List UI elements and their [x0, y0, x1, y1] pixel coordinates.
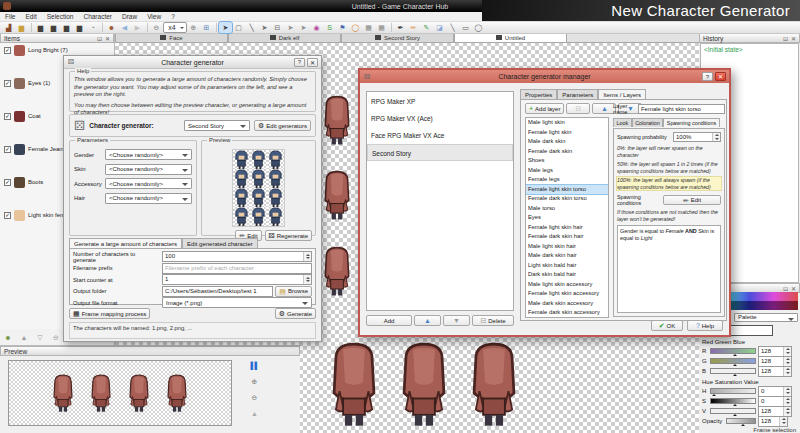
generator-list-item[interactable]: Face RPG Maker VX Ace [367, 127, 513, 144]
menu-item[interactable]: View [142, 13, 166, 20]
history-icon[interactable]: ◔ [86, 22, 99, 33]
eyedropper-icon[interactable]: ✎ [420, 22, 433, 33]
opacity-spinbox[interactable]: 128 [758, 416, 788, 427]
layer-subtab[interactable]: Look [613, 118, 632, 127]
layer-list-item[interactable]: Female dark skin accessory [526, 308, 608, 318]
parameter-select[interactable]: <Choose randomly> [105, 164, 192, 175]
generator-tab[interactable]: Generate a large amount of characters [69, 238, 182, 248]
layer-list-item[interactable]: Female light skin torso [526, 185, 608, 195]
delete-generator-button[interactable]: ⊟ Delete [472, 315, 514, 326]
edit-generators-button[interactable]: ⚙ Edit generators [254, 120, 311, 131]
format-select[interactable]: Image (*.png) [162, 297, 312, 308]
palette-select[interactable]: Palette [734, 313, 798, 322]
flag-icon[interactable]: ⚑ [336, 22, 349, 33]
layer-list-item[interactable]: Male light skin accessory [526, 280, 608, 290]
output-folder-input[interactable] [162, 286, 273, 297]
item-checkbox[interactable]: ✓ [4, 47, 11, 54]
layer-list-item[interactable]: Dark skin bald hair [526, 270, 608, 280]
generate-button[interactable]: ⚙ Generate [275, 308, 316, 319]
probability-spinbox[interactable]: 100% [673, 132, 721, 142]
item-checkbox[interactable]: ✓ [4, 212, 11, 219]
manager-tab[interactable]: Items / Layers [598, 89, 646, 99]
layer-list-item[interactable]: Female legs [526, 175, 608, 185]
color-slider[interactable] [710, 358, 756, 364]
help-button[interactable]: ? Help [687, 320, 723, 331]
grid-icon[interactable]: ⊞ [200, 22, 213, 33]
zoom-in-icon[interactable]: ⊕ [248, 376, 261, 387]
tileset-icon[interactable]: ▦ [362, 22, 375, 33]
export-image-icon[interactable]: ▆ [73, 22, 86, 33]
manager-dialog-titlebar[interactable]: ⚄ Character generator manager ? ✕ [360, 70, 729, 83]
color-wheel-icon[interactable]: ◉ [310, 22, 323, 33]
layer-list-item[interactable]: Male light skin [526, 118, 608, 128]
layer-list-item[interactable]: Female dark skin [526, 147, 608, 157]
close-panel-icon[interactable]: ✕ [791, 35, 796, 42]
ellipse-tool-icon[interactable]: ◯ [472, 22, 485, 33]
tab-dark-elf[interactable]: Dark elf [228, 33, 341, 42]
dialog-help-icon[interactable]: ? [294, 58, 305, 67]
layer-list-item[interactable]: Shoes [526, 156, 608, 166]
swap-colors-icon[interactable]: S [323, 22, 336, 33]
pen-icon[interactable]: ✒ [394, 22, 407, 33]
subtract-selection-icon[interactable]: ⊟ [271, 22, 284, 33]
layer-list-item[interactable]: Eyes [526, 213, 608, 223]
layer-list-item[interactable]: Female dark skin hair [526, 232, 608, 242]
open-file-icon[interactable]: ▆ [15, 22, 28, 33]
zoom-in-icon[interactable]: ⊕ [187, 22, 200, 33]
save-all-icon[interactable]: ▆ [60, 22, 73, 33]
layer-list-item[interactable]: Male dark skin hair [526, 251, 608, 261]
layer-list-item[interactable]: Male light skin hair [526, 242, 608, 252]
generator-list-item[interactable]: RPG Maker XP [367, 93, 513, 110]
zoom-out-icon[interactable]: ⊖ [248, 392, 261, 403]
save-icon[interactable]: ▆ [34, 22, 47, 33]
regenerate-button[interactable]: ⚄ Regenerate [265, 230, 312, 241]
history-entry[interactable]: <Initial state> [704, 46, 795, 53]
line-select-icon[interactable]: ╲ [245, 22, 258, 33]
layer-list-item[interactable]: Light skin bald hair [526, 261, 608, 271]
circle-tool-icon[interactable]: ◯ [349, 22, 362, 33]
parameter-select[interactable]: <Choose randomly> [105, 193, 192, 204]
close-panel-icon[interactable]: ✕ [105, 35, 110, 42]
pencil-icon[interactable]: ✏ [407, 22, 420, 33]
move-selection-icon[interactable]: ➤ [258, 22, 271, 33]
rect-select-icon[interactable]: ▢ [232, 22, 245, 33]
add-layer-button[interactable]: + Add layer [525, 103, 564, 114]
move-item-down-icon[interactable]: ▽ [34, 332, 46, 343]
browse-button[interactable]: ▤ Browse [275, 286, 312, 297]
close-panel-icon[interactable]: ✕ [791, 285, 796, 292]
tab-second-story[interactable]: Second Story [341, 33, 454, 42]
add-generator-button[interactable]: Add [366, 315, 412, 326]
filename-prefix-input[interactable] [162, 263, 312, 274]
edit-conditions-button[interactable]: ✏ Edit [663, 195, 721, 205]
tileset2-icon[interactable]: ▦ [375, 22, 388, 33]
generator-dialog-titlebar[interactable]: ⚄ Character generator ? ✕ [64, 56, 321, 69]
float-panel-icon[interactable]: ⊡ [97, 35, 102, 42]
frame-mapping-button[interactable]: ▦ Frame mapping process [69, 308, 150, 319]
zoom-out-icon[interactable]: ⊖ [150, 22, 163, 33]
tab-face[interactable]: Face [115, 33, 228, 42]
layer-list-item[interactable]: Male legs [526, 166, 608, 176]
color-slider[interactable] [710, 398, 756, 404]
menu-item[interactable]: Draw [117, 13, 142, 20]
layer-name-input[interactable] [638, 104, 725, 114]
layer-list-item[interactable]: Female light skin accessory [526, 289, 608, 299]
select-tool-icon[interactable]: ➤ [219, 22, 232, 33]
item-checkbox[interactable]: ✓ [4, 179, 11, 186]
menu-item[interactable]: Character [78, 13, 117, 20]
generator-list-item[interactable]: Second Story [367, 144, 513, 161]
layer-subtab[interactable]: Spawning conditions [663, 118, 719, 127]
manager-tab[interactable]: Parameters [557, 89, 598, 99]
dialog-close-icon[interactable]: ✕ [715, 72, 726, 81]
line-tool-icon[interactable]: ╲ [446, 22, 459, 33]
parameter-select[interactable]: <Choose randomly> [105, 149, 192, 160]
layer-list-item[interactable]: Female dark skin torso [526, 194, 608, 204]
item-checkbox[interactable]: ✓ [4, 80, 11, 87]
move-generator-down-button[interactable]: ▼ [443, 315, 470, 326]
opacity-slider[interactable] [726, 418, 756, 424]
move-item-up-icon[interactable]: ▲ [18, 332, 30, 343]
tab-untitled[interactable]: Untitled [454, 33, 567, 42]
add-selection-icon[interactable]: ➤ [284, 22, 297, 33]
remove-item-icon[interactable]: ⊖ [50, 332, 62, 343]
manager-tab[interactable]: Properties [520, 89, 557, 99]
menu-item[interactable]: Selection [42, 13, 79, 20]
